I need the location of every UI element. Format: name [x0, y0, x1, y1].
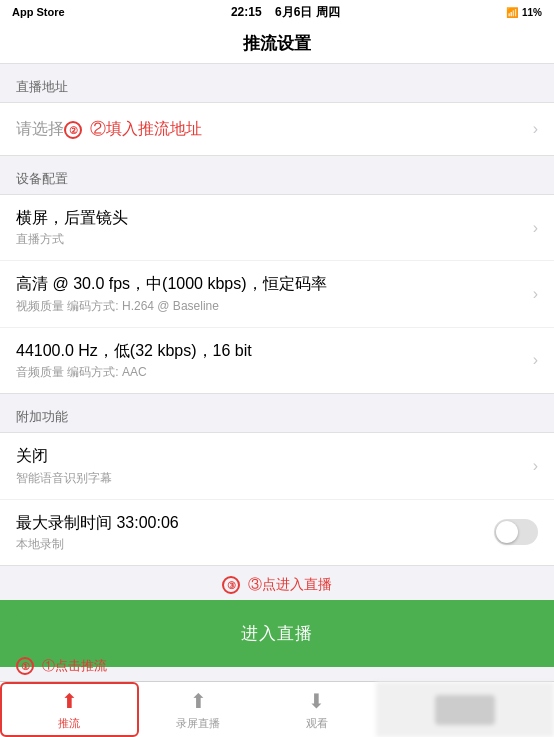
bottom-annotation: ① ①点击推流 — [16, 657, 107, 676]
additional-features-row1[interactable]: 关闭 智能语音识别字幕 › — [0, 433, 554, 499]
annotation-1-circle: ① — [16, 657, 34, 675]
additional-title1: 关闭 — [16, 445, 525, 467]
watch-tab-icon: ⬇ — [308, 689, 325, 713]
chevron-icon5: › — [533, 457, 538, 475]
device-config-title1: 横屏，后置镜头 — [16, 207, 525, 229]
status-center: 22:15 6月6日 周四 — [231, 4, 340, 21]
watch-tab-label: 观看 — [306, 716, 328, 731]
tab-screen-record[interactable]: ⬆ 录屏直播 — [139, 682, 258, 737]
stream-tab-label: 推流 — [58, 716, 80, 731]
local-record-toggle[interactable] — [494, 519, 538, 545]
device-config-row3[interactable]: 44100.0 Hz，低(32 kbps)，16 bit 音频质量 编码方式: … — [0, 328, 554, 393]
wifi-icon: 📶 — [506, 7, 518, 18]
status-left: App Store — [12, 6, 65, 18]
stream-address-group: 请选择 ② ②填入推流地址 › — [0, 102, 554, 156]
stream-address-row[interactable]: 请选择 ② ②填入推流地址 › — [0, 103, 554, 155]
nav-bar: 推流设置 — [0, 24, 554, 64]
blurred-tab-area — [376, 682, 554, 737]
device-config-row2[interactable]: 高清 @ 30.0 fps，中(1000 kbps)，恒定码率 视频质量 编码方… — [0, 261, 554, 327]
enter-live-annotation: ③ ③点进入直播 — [0, 566, 554, 601]
device-config-title3: 44100.0 Hz，低(32 kbps)，16 bit — [16, 340, 525, 362]
additional-features-row2: 最大录制时间 33:00:06 本地录制 — [0, 500, 554, 565]
content-area: 直播地址 请选择 ② ②填入推流地址 › 设备配置 横屏，后置镜头 直播方式 ›… — [0, 64, 554, 677]
status-right: 📶 11% — [506, 7, 542, 18]
device-config-label: 设备配置 — [0, 156, 554, 194]
tab-bar: ⬆ 推流 ⬆ 录屏直播 ⬇ 观看 — [0, 681, 554, 737]
stream-tab-icon: ⬆ — [61, 689, 78, 713]
chevron-icon2: › — [533, 219, 538, 237]
stream-address-label: 直播地址 — [0, 64, 554, 102]
additional-title2: 最大录制时间 33:00:06 — [16, 512, 494, 534]
screen-record-tab-icon: ⬆ — [190, 689, 207, 713]
device-config-subtitle2: 视频质量 编码方式: H.264 @ Baseline — [16, 298, 525, 315]
device-config-subtitle1: 直播方式 — [16, 231, 525, 248]
enter-live-button[interactable]: 进入直播 — [16, 612, 538, 655]
device-config-group: 横屏，后置镜头 直播方式 › 高清 @ 30.0 fps，中(1000 kbps… — [0, 194, 554, 394]
chevron-icon4: › — [533, 351, 538, 369]
stream-address-placeholder: 请选择 — [16, 118, 64, 140]
annotation-3-circle: ③ — [222, 576, 240, 594]
chevron-icon: › — [533, 120, 538, 138]
annotation-2-circle: ② — [64, 121, 82, 139]
device-config-row1[interactable]: 横屏，后置镜头 直播方式 › — [0, 195, 554, 261]
tab-stream[interactable]: ⬆ 推流 — [0, 682, 139, 737]
additional-features-label: 附加功能 — [0, 394, 554, 432]
additional-features-group: 关闭 智能语音识别字幕 › 最大录制时间 33:00:06 本地录制 — [0, 432, 554, 566]
app-store-label: App Store — [12, 6, 65, 18]
stream-address-annotation: ② ②填入推流地址 — [64, 119, 525, 140]
device-config-subtitle3: 音频质量 编码方式: AAC — [16, 364, 525, 381]
device-config-title2: 高清 @ 30.0 fps，中(1000 kbps)，恒定码率 — [16, 273, 525, 295]
additional-subtitle1: 智能语音识别字幕 — [16, 470, 525, 487]
status-bar: App Store 22:15 6月6日 周四 📶 11% — [0, 0, 554, 24]
page-title: 推流设置 — [243, 34, 311, 53]
screen-record-tab-label: 录屏直播 — [176, 716, 220, 731]
toggle-knob — [496, 521, 518, 543]
additional-subtitle2: 本地录制 — [16, 536, 494, 553]
chevron-icon3: › — [533, 285, 538, 303]
tab-watch[interactable]: ⬇ 观看 — [257, 682, 376, 737]
